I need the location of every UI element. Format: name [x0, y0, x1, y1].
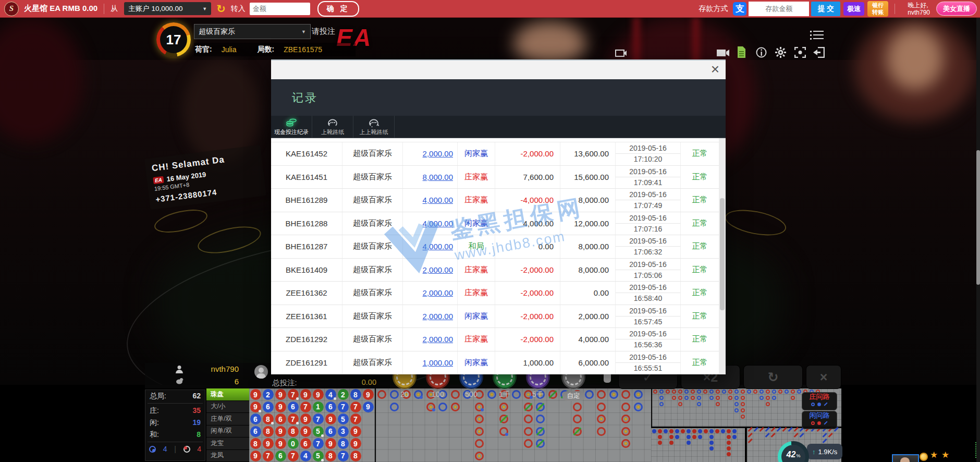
road-cell [475, 403, 484, 411]
transfer-confirm-button[interactable]: 确 定 [317, 1, 359, 17]
road-menu-item[interactable]: 庄单/双 [206, 413, 249, 425]
alipay-icon[interactable]: 支 [733, 2, 746, 16]
bet-amount-link[interactable]: 2,000.00 [423, 149, 453, 158]
list-menu-icon[interactable] [810, 30, 824, 40]
road-cell [828, 432, 832, 437]
banker-pair-count: 4 [197, 445, 201, 453]
road-cell [597, 403, 606, 411]
chip-label: 100 [426, 390, 450, 398]
bet-amount-link[interactable]: 2,000.00 [423, 335, 453, 344]
road-cell [475, 439, 484, 448]
cell-round-id: BKE161409 [271, 259, 342, 282]
road-menu-item[interactable]: 龙宝 [206, 437, 249, 450]
road-cell [793, 427, 798, 431]
cell-win-loss: -2,000.00 [495, 142, 560, 165]
top-bar: S 火星馆 EA RMB 0.00 从 主账户 10,000.00 ▼ ↻ 转入… [0, 0, 980, 18]
road-cell [759, 427, 764, 431]
brand-logo-icon: S [4, 2, 19, 16]
road-cell [732, 429, 737, 433]
cell-status: 正常 [681, 328, 719, 351]
bead-cell: 4 [300, 451, 311, 461]
road-cell [687, 429, 691, 433]
cell-round-id: ZDE161292 [271, 328, 342, 351]
modal-scrollbar-thumb[interactable] [720, 198, 725, 310]
bet-amount-link[interactable]: 2,000.00 [423, 312, 453, 321]
beauty-live-button[interactable]: 美女直播 [936, 2, 977, 16]
countdown-timer: 17 [156, 22, 191, 57]
from-label: 从 [111, 4, 118, 14]
cell-game-name: 超级百家乐 [342, 305, 403, 328]
transfer-amount-input[interactable] [250, 3, 310, 15]
close-icon[interactable]: × [711, 62, 719, 77]
cancel-bet-button[interactable]: × [806, 365, 841, 389]
cell-result: 庄家赢 [458, 328, 495, 351]
bead-cell: 6 [275, 414, 286, 424]
bank-transfer-button[interactable]: 银行 转账 [867, 1, 888, 17]
bet-amount-link[interactable]: 8,000.00 [423, 173, 453, 181]
game-select-value: 超级百家乐 [199, 27, 235, 37]
monitor-icon[interactable] [615, 50, 627, 58]
express-deposit-button[interactable]: 极速 [843, 2, 864, 16]
road-cell [727, 452, 731, 456]
bead-cell: 9 [275, 402, 286, 412]
bead-cell: 9 [250, 402, 261, 412]
deposit-method-label: 存款方式 [699, 4, 728, 14]
cell-bet-amount: 2,000.00 [403, 328, 458, 351]
info-icon[interactable] [756, 47, 767, 58]
betting-zone-oval [152, 205, 210, 237]
deposit-amount-input[interactable] [749, 2, 809, 16]
road-menu-item[interactable]: 大/小 [206, 401, 249, 414]
repeat-bet-button[interactable]: ↻ [743, 365, 803, 389]
cell-time: 2019-05-1616:58:40 [616, 282, 681, 305]
bet-amount-link[interactable]: 2,000.00 [423, 265, 453, 274]
road-cell [573, 415, 582, 423]
bead-cell: 7 [313, 414, 324, 424]
bead-cell: 8 [263, 426, 274, 437]
gauge-unit: % [796, 453, 800, 458]
bet-amount-link[interactable]: 4,000.00 [423, 196, 453, 204]
mini-video-thumbnail[interactable] [892, 454, 919, 462]
bead-cell: 7 [338, 402, 349, 412]
game-select[interactable]: 超级百家乐 ▼ [194, 24, 311, 39]
small-road-predict-icon [817, 421, 821, 425]
chip-label: 5千 [526, 390, 550, 399]
table-row: BHE161289超级百家乐4,000.00庄家赢-4,000.008,000.… [271, 189, 719, 212]
bet-amount-link[interactable]: 2,000.00 [423, 288, 453, 297]
cell-game-name: 超级百家乐 [342, 259, 403, 282]
cell-status: 正常 [681, 142, 719, 165]
ask-player-road-button[interactable]: 闲问路 [802, 411, 837, 429]
table-row: ZEE161361超级百家乐2,000.00闲家赢-2,000.002,000.… [271, 305, 719, 329]
road-cell [776, 427, 781, 431]
fullscreen-icon[interactable] [794, 47, 806, 58]
bead-cell: 9 [325, 414, 336, 424]
tab-cash-bet-records[interactable]: 现金投注纪录 [271, 116, 312, 138]
promo-ea-badge: EA [153, 176, 164, 184]
cell-time: 2019-05-1617:06:32 [616, 235, 681, 258]
cell-win-loss: 0.00 [495, 235, 560, 258]
exit-icon[interactable] [813, 47, 825, 58]
road-cell [741, 415, 745, 419]
gear-icon[interactable] [775, 47, 786, 58]
camera-icon[interactable] [717, 48, 729, 57]
page-scrollbar-thumb[interactable] [976, 150, 980, 285]
road-menu-item[interactable]: 闲单/双 [206, 425, 249, 438]
bet-amount-link[interactable]: 1,000.00 [423, 358, 453, 367]
bet-amount-link[interactable]: 4,000.00 [423, 242, 453, 251]
report-file-icon[interactable] [737, 46, 746, 58]
tab-last-shoe-road[interactable]: 上靴路纸 [312, 116, 353, 138]
cell-balance: 15,600.00 [560, 166, 616, 189]
bead-cell: 7 [350, 414, 361, 424]
cell-status: 正常 [681, 305, 719, 328]
bead-cell: 6 [275, 451, 286, 461]
tab-shoe-before-last-road[interactable]: 上上靴路纸 [353, 116, 395, 138]
stat-banker-value: 35 [192, 406, 201, 416]
refresh-icon[interactable]: ↻ [216, 3, 226, 15]
greeting-text: 晚上好, nvth790 [908, 2, 930, 16]
bead-cell: 5 [338, 414, 349, 424]
bet-amount-link[interactable]: 4,000.00 [423, 219, 453, 228]
small-road-predict-icon [817, 403, 821, 406]
deposit-submit-button[interactable]: 提 交 [811, 2, 840, 16]
cell-round-id: BHE161287 [271, 235, 342, 258]
road-menu-item[interactable]: 龙凤 [206, 450, 249, 462]
account-select[interactable]: 主账户 10,000.00 ▼ [124, 2, 211, 15]
